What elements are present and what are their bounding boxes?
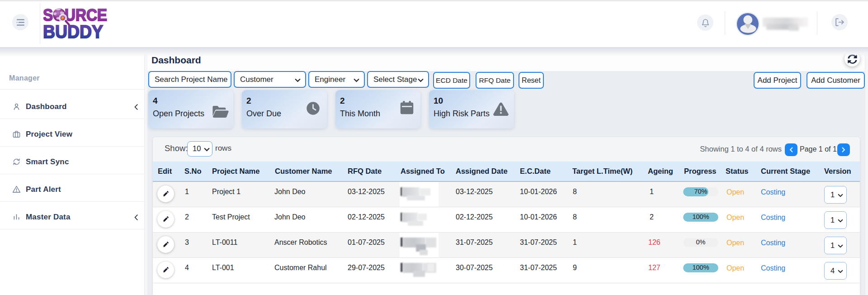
svg-text:BUDDY: BUDDY xyxy=(43,21,103,41)
